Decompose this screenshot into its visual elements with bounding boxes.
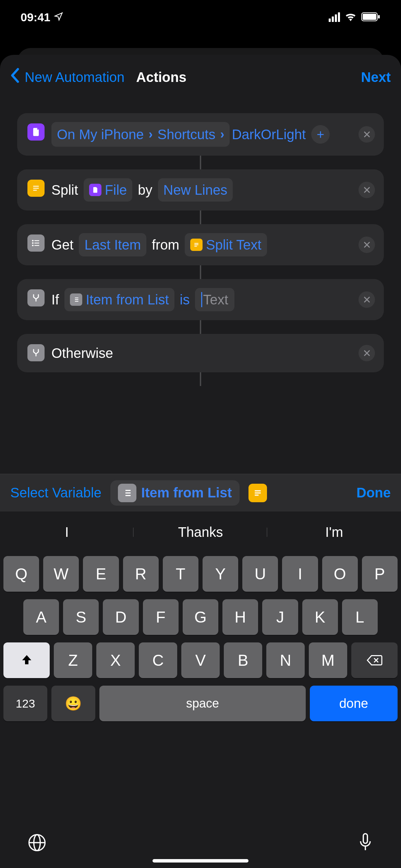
if-value-placeholder: Text [203, 289, 228, 310]
key-f[interactable]: F [143, 599, 179, 635]
action-verb: Get [51, 234, 73, 255]
prediction-suggestion[interactable]: Thanks [134, 525, 267, 540]
if-value-input[interactable]: Text [195, 288, 234, 311]
globe-icon[interactable] [27, 833, 47, 854]
list-icon [70, 293, 82, 306]
svg-rect-2 [378, 15, 380, 19]
delete-action-button[interactable]: ✕ [359, 291, 375, 308]
key-n[interactable]: N [266, 642, 305, 678]
battery-icon [361, 11, 380, 24]
if-variable-token[interactable]: Item from List [64, 288, 174, 311]
key-h[interactable]: H [222, 599, 258, 635]
filename-token[interactable]: DarkOrLight [232, 124, 306, 145]
connector-line [200, 320, 201, 334]
key-e[interactable]: E [83, 556, 119, 592]
prediction-suggestion[interactable]: I'm [267, 525, 401, 540]
status-bar: 09:41 [0, 0, 401, 34]
back-button-label[interactable]: New Automation [25, 70, 124, 85]
key-r[interactable]: R [123, 556, 159, 592]
variable-suggestion-text-icon[interactable] [248, 484, 267, 502]
key-y[interactable]: Y [203, 556, 238, 592]
action-otherwise[interactable]: Otherwise ✕ [17, 334, 384, 372]
key-b[interactable]: B [224, 642, 262, 678]
otherwise-label: Otherwise [51, 343, 113, 363]
delete-action-button[interactable]: ✕ [359, 126, 375, 143]
keyboard: I Thanks I'm Q W E R T Y U I O P A S D F [0, 511, 401, 868]
key-g[interactable]: G [183, 599, 218, 635]
path-segment: Shortcuts [157, 124, 215, 145]
key-m[interactable]: M [309, 642, 347, 678]
key-a[interactable]: A [23, 599, 59, 635]
which-item-selector[interactable]: Last Item [79, 233, 146, 256]
delete-action-button[interactable]: ✕ [359, 237, 375, 253]
automation-sheet: New Automation Actions Next On My iPhone… [0, 55, 401, 868]
action-get-item[interactable]: Get Last Item from Split Text ✕ [17, 224, 384, 265]
add-path-button[interactable]: + [311, 125, 330, 144]
wifi-icon [345, 11, 356, 24]
mic-icon[interactable] [357, 832, 374, 854]
file-variable-token[interactable]: File [84, 178, 132, 202]
next-button[interactable]: Next [361, 70, 391, 85]
svg-point-10 [33, 243, 33, 243]
svg-rect-1 [363, 14, 376, 20]
file-icon [27, 123, 45, 141]
back-chevron-icon[interactable] [10, 68, 19, 87]
if-label: If [51, 289, 59, 310]
key-q[interactable]: Q [3, 556, 39, 592]
key-o[interactable]: O [322, 556, 358, 592]
svg-rect-29 [363, 834, 367, 843]
actions-list: On My iPhone › Shortcuts › DarkOrLight +… [0, 99, 401, 386]
connector-line [200, 156, 201, 169]
variable-suggestion-chip[interactable]: Item from List [110, 480, 239, 506]
list-icon [118, 484, 136, 502]
shift-key[interactable] [3, 642, 50, 678]
toolbar-done-button[interactable]: Done [356, 485, 391, 501]
key-v[interactable]: V [181, 642, 220, 678]
nav-bar: New Automation Actions Next [0, 55, 401, 99]
key-x[interactable]: X [96, 642, 135, 678]
action-if[interactable]: If Item from List is Text ✕ [17, 279, 384, 320]
text-icon [190, 239, 203, 251]
space-key[interactable]: space [99, 686, 306, 721]
key-row-2: A S D F G H J K L [3, 599, 398, 635]
text-icon [27, 180, 45, 197]
action-verb: Split [51, 180, 78, 200]
clock-label: 09:41 [21, 11, 50, 24]
select-variable-button[interactable]: Select Variable [10, 485, 101, 501]
numbers-key[interactable]: 123 [3, 686, 47, 721]
action-split-text[interactable]: Split File by New Lines ✕ [17, 169, 384, 210]
connector-line [200, 210, 201, 224]
done-key[interactable]: done [310, 686, 398, 721]
file-path-breadcrumb[interactable]: On My iPhone › Shortcuts › [51, 122, 230, 147]
if-condition-selector[interactable]: is [180, 289, 190, 310]
key-j[interactable]: J [262, 599, 298, 635]
key-d[interactable]: D [103, 599, 138, 635]
variable-toolbar: Select Variable Item from List Done [0, 474, 401, 511]
key-t[interactable]: T [163, 556, 198, 592]
list-icon [27, 234, 45, 252]
backspace-key[interactable] [351, 642, 398, 678]
page-title: Actions [136, 70, 186, 85]
split-mode-selector[interactable]: New Lines [158, 178, 233, 202]
key-row-1: Q W E R T Y U I O P [3, 556, 398, 592]
chevron-right-icon: › [148, 125, 153, 144]
prediction-suggestion[interactable]: I [0, 525, 134, 540]
home-indicator[interactable] [153, 859, 248, 863]
key-c[interactable]: C [139, 642, 177, 678]
delete-action-button[interactable]: ✕ [359, 182, 375, 198]
key-p[interactable]: P [362, 556, 398, 592]
connector-line [200, 265, 201, 279]
action-get-file[interactable]: On My iPhone › Shortcuts › DarkOrLight +… [17, 113, 384, 156]
key-s[interactable]: S [63, 599, 99, 635]
delete-action-button[interactable]: ✕ [359, 345, 375, 361]
key-i[interactable]: I [282, 556, 318, 592]
key-k[interactable]: K [302, 599, 338, 635]
chevron-right-icon: › [220, 125, 224, 144]
emoji-key[interactable]: 😀 [51, 686, 95, 721]
key-w[interactable]: W [43, 556, 79, 592]
key-l[interactable]: L [342, 599, 378, 635]
key-u[interactable]: U [242, 556, 278, 592]
prediction-bar: I Thanks I'm [0, 511, 401, 553]
split-text-variable-token[interactable]: Split Text [185, 233, 267, 256]
key-z[interactable]: Z [54, 642, 92, 678]
